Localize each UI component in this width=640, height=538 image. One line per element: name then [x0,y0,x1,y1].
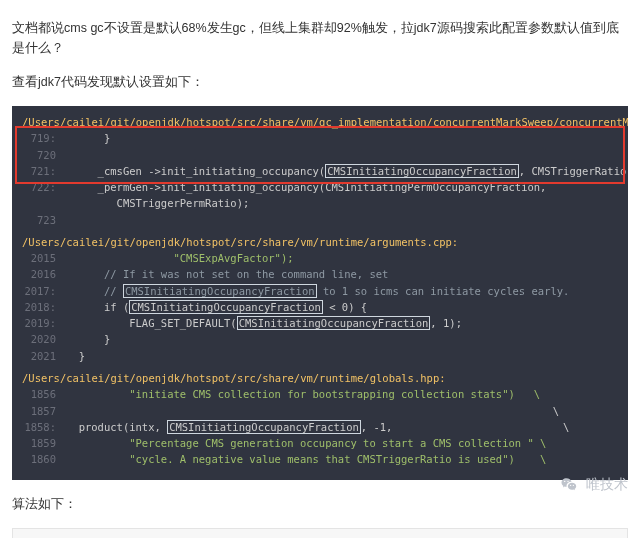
line-number: 723 [22,212,56,228]
code-text: , -1, \ [361,421,570,433]
line-number: 1860 [22,451,56,467]
line-number: 1856 [22,386,56,402]
line-number: 722: [22,179,56,195]
line-number: 2016 [22,266,56,282]
code-text: } [66,350,85,362]
code-text: "initiate CMS collection for bootstrappi… [66,388,540,400]
line-number: 2018: [22,299,56,315]
code-block-algorithm: void ConcurrentMarkSweepGeneration::init… [12,528,628,538]
code-text: _cmsGen ->init_initiating_occupancy( [66,165,325,177]
code-text: product(intx, [66,421,167,433]
line-number: 719: [22,130,56,146]
code-text: , 1); [430,317,462,329]
file-path-2: /Users/cailei/git/openjdk/hotspot/src/sh… [22,236,458,248]
code-text: } [66,132,110,144]
file-path-1: /Users/cailei/git/openjdk/hotspot/src/sh… [22,116,628,128]
code-text: \ [66,405,559,417]
line-number: 2019: [22,315,56,331]
line-number: 1859 [22,435,56,451]
line-number: 1857 [22,403,56,419]
code-text: < 0) { [323,301,367,313]
code-text: "Percentage CMS generation occupancy to … [66,437,546,449]
heading-check-jdk7: 查看jdk7代码发现默认设置如下： [12,72,628,92]
line-number: 2020 [22,331,56,347]
file-path-3: /Users/cailei/git/openjdk/hotspot/src/sh… [22,372,446,384]
code-text: "cycle. A negative value means that CMST… [66,453,546,465]
code-text: FLAG_SET_DEFAULT( [66,317,237,329]
highlighted-symbol: CMSInitiatingOccupancyFraction [237,316,431,330]
line-number: 1858: [22,419,56,435]
code-text: if ( [66,301,129,313]
code-comment: to 1 so icms can initiate cycles early. [317,285,570,297]
code-text: } [66,333,110,345]
code-block-jdk7-defaults: /Users/cailei/git/openjdk/hotspot/src/sh… [12,106,628,480]
intro-paragraph: 文档都说cms gc不设置是默认68%发生gc，但线上集群却92%触发，拉jdk… [12,18,628,58]
code-text: , CMSTriggerRatio); [519,165,628,177]
highlighted-symbol: CMSInitiatingOccupancyFraction [167,420,361,434]
code-text: CMSTriggerPermRatio); [66,197,249,209]
code-text: "CMSExpAvgFactor"); [66,252,294,264]
heading-algorithm: 算法如下： [12,494,628,514]
highlighted-symbol: CMSInitiatingOccupancyFraction [129,300,323,314]
code-comment: // [66,285,123,297]
code-text: _permGen->init_initiating_occupancy(CMSI… [66,181,546,193]
line-number: 2017: [22,283,56,299]
line-number: 2015 [22,250,56,266]
line-number: 720 [22,147,56,163]
code-comment: // If it was not set on the command line… [66,268,388,280]
highlighted-symbol: CMSInitiatingOccupancyFraction [123,284,317,298]
line-number: 721: [22,163,56,179]
line-number: 2021 [22,348,56,364]
highlighted-symbol: CMSInitiatingOccupancyFraction [325,164,519,178]
